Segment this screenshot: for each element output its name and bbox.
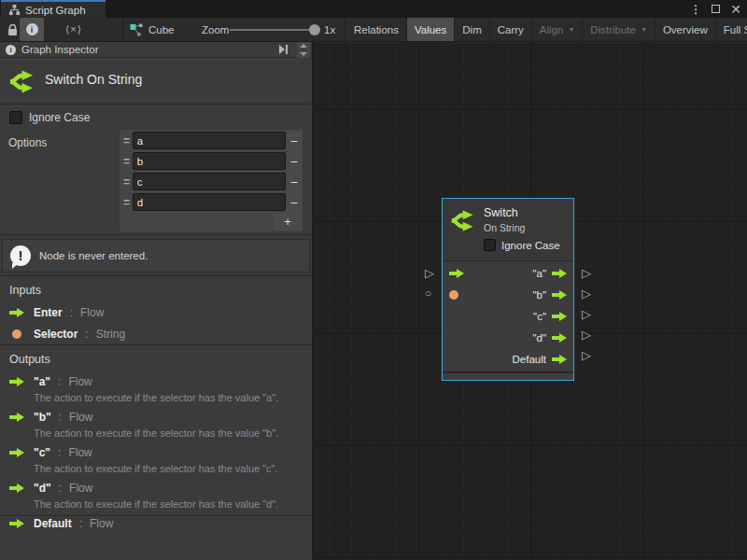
port-row: "d": [443, 328, 573, 349]
script-graph-window: Script Graph ⋮ ✕ i ⟨×⟩: [0, 0, 747, 560]
node-subtitle: On String: [484, 222, 525, 233]
remove-option-button[interactable]: −: [287, 151, 302, 171]
dim-button[interactable]: Dim: [455, 18, 489, 41]
drag-handle-icon[interactable]: =: [120, 155, 133, 168]
zoom-slider-handle[interactable]: [309, 24, 320, 35]
output-port-c[interactable]: ▷: [582, 308, 591, 320]
info-icon: i: [6, 45, 16, 55]
inspector-node-title: Switch On String: [45, 72, 142, 87]
pin-name: "c": [34, 446, 50, 459]
toolbar-divider: [122, 18, 123, 41]
carry-button[interactable]: Carry: [490, 18, 532, 41]
pin-type: Flow: [80, 306, 104, 319]
drag-handle-icon[interactable]: =: [120, 134, 133, 147]
pin-description: The action to execute if the selector ha…: [34, 392, 303, 403]
panel-scroll-spinner: [297, 42, 310, 58]
flow-arrow-icon: [552, 269, 567, 278]
input-row-enter: Enter : Flow: [9, 306, 303, 319]
scroll-down-button[interactable]: [297, 50, 310, 58]
output-row-d: "d" : Flow: [9, 482, 303, 495]
string-port-icon: [449, 290, 458, 300]
warning-icon: !: [10, 245, 31, 266]
flow-arrow-icon: [9, 483, 24, 493]
options-list: = − = − = − = −: [120, 130, 303, 231]
node-header[interactable]: Switch On String Ignore Case: [443, 199, 573, 261]
ignore-case-checkbox[interactable]: [9, 111, 22, 124]
toolbar: i ⟨×⟩ Cube Zoom 1x Relations Value: [0, 18, 747, 42]
add-option-button[interactable]: +: [274, 213, 302, 231]
enter-port[interactable]: ▷: [425, 267, 434, 279]
option-input-b[interactable]: [133, 152, 286, 170]
full-screen-button[interactable]: Full Screen: [716, 18, 747, 41]
relations-button[interactable]: Relations: [346, 18, 407, 41]
window-close-button[interactable]: ✕: [730, 5, 741, 14]
output-port-d[interactable]: ▷: [582, 329, 591, 341]
string-port-icon: [12, 329, 21, 339]
pin-description: The action to execute if the selector ha…: [34, 463, 303, 474]
pin-type: Flow: [68, 375, 92, 388]
dock-panel-icon[interactable]: [279, 45, 288, 54]
window-maximize-button[interactable]: [712, 5, 720, 13]
remove-option-button[interactable]: −: [287, 192, 302, 212]
drag-handle-icon[interactable]: =: [120, 175, 133, 189]
warning-section: ! Node is never entered.: [0, 235, 312, 276]
switch-on-string-node[interactable]: ▷ ○ ▷ ▷ ▷ ▷ ▷ Switch On String Ignore Ca…: [442, 198, 574, 381]
option-row: = −: [120, 131, 302, 150]
flow-arrow-icon: [449, 269, 464, 278]
switch-icon: [450, 207, 477, 234]
output-port-b[interactable]: ▷: [582, 287, 591, 300]
values-button[interactable]: Values: [407, 18, 455, 41]
distribute-button[interactable]: Distribute▼: [583, 18, 655, 41]
port-label-c: "c": [533, 311, 546, 322]
window-controls: ⋮ ✕: [690, 0, 741, 18]
node-title: Switch: [484, 206, 518, 219]
port-label-b: "b": [532, 289, 546, 301]
flow-arrow-icon: [552, 312, 567, 321]
graph-target-label: Cube: [148, 24, 175, 35]
selector-port[interactable]: ○: [425, 287, 431, 300]
input-row-selector: Selector : String: [9, 328, 303, 341]
port-row: "a": [443, 262, 573, 284]
scroll-up-button[interactable]: [297, 42, 310, 49]
pin-name: "a": [34, 375, 50, 388]
options-label: Options: [8, 136, 47, 149]
port-label-d: "d": [532, 332, 546, 343]
graph-icon: [8, 4, 21, 16]
pin-type: Flow: [68, 446, 92, 459]
switch-icon: [8, 67, 37, 96]
zoom-slider[interactable]: [230, 29, 318, 31]
flow-arrow-icon: [552, 333, 567, 343]
inspector-toggle-button[interactable]: i: [20, 18, 44, 41]
option-input-c[interactable]: [133, 173, 286, 190]
node-ignore-case-checkbox[interactable]: [484, 239, 496, 251]
window-menu-button[interactable]: ⋮: [690, 3, 701, 16]
pin-name: "d": [34, 482, 51, 495]
output-port-default[interactable]: ▷: [582, 349, 591, 361]
outputs-section: Outputs "a" : Flow The action to execute…: [0, 345, 312, 516]
tab-script-graph[interactable]: Script Graph: [1, 0, 106, 18]
port-row: "c": [443, 305, 573, 327]
warning-text: Node is never entered.: [39, 250, 148, 261]
option-input-a[interactable]: [133, 132, 286, 149]
drag-handle-icon[interactable]: =: [120, 196, 133, 209]
flow-arrow-icon: [9, 448, 24, 457]
overview-button[interactable]: Overview: [655, 18, 716, 41]
port-row: "b": [443, 284, 573, 305]
graph-target-button[interactable]: Cube: [130, 18, 175, 41]
inspector-node-titleblock: Switch On String: [0, 58, 312, 105]
node-footer: [443, 371, 573, 380]
graph-canvas[interactable]: ▷ ○ ▷ ▷ ▷ ▷ ▷ Switch On String Ignore Ca…: [314, 42, 747, 560]
remove-option-button[interactable]: −: [287, 131, 302, 150]
port-label-default: Default: [513, 354, 546, 365]
toolbar-buttons: Relations Values Dim Carry Align▼ Distri…: [346, 18, 747, 41]
output-port-a[interactable]: ▷: [582, 267, 591, 279]
flow-arrow-icon: [9, 377, 24, 386]
option-input-d[interactable]: [133, 193, 286, 211]
remove-option-button[interactable]: −: [287, 172, 302, 191]
align-button[interactable]: Align▼: [532, 18, 584, 41]
option-row: = −: [120, 151, 302, 171]
zoom-label: Zoom: [202, 18, 229, 41]
option-row: = −: [120, 172, 302, 191]
code-view-button[interactable]: ⟨×⟩: [65, 18, 82, 41]
warning-box: ! Node is never entered.: [2, 239, 310, 273]
